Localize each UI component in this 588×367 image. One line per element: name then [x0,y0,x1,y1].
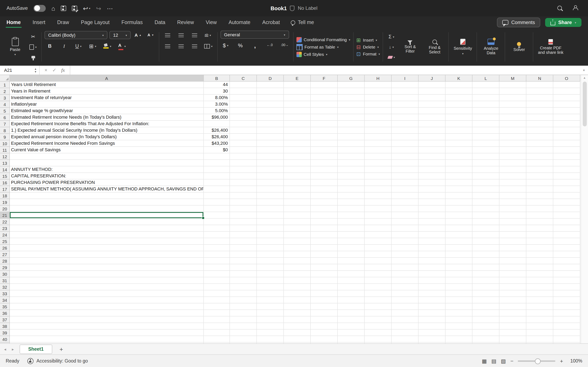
cell-L27[interactable] [472,251,499,258]
cell-D27[interactable] [257,251,284,258]
increase-font-button[interactable]: A▲ [133,31,143,40]
cell-D11[interactable] [257,147,284,153]
sort-filter-button[interactable]: Sort &Filter [399,39,421,54]
cell-C2[interactable] [230,88,257,95]
cell-I37[interactable] [392,317,419,323]
cell-E23[interactable] [284,225,311,232]
cell-E26[interactable] [284,245,311,251]
cell-L9[interactable] [472,134,499,140]
ribbon-tab-draw[interactable]: Draw [56,17,70,29]
cell-K27[interactable] [445,251,472,258]
name-box-stepper[interactable]: ▲ ▼ [34,66,39,75]
cell-A24[interactable] [10,232,204,238]
cell-F37[interactable] [311,317,338,323]
prev-sheet-button[interactable]: ◂ [4,347,6,351]
cell-H40[interactable] [365,336,392,342]
cell-N1[interactable] [526,82,553,88]
cell-D26[interactable] [257,245,284,251]
name-box[interactable]: A21 [0,66,34,75]
row-header-27[interactable]: 27 [0,251,10,258]
cell-N4[interactable] [526,101,553,108]
cell-A29[interactable] [10,264,204,271]
analyze-data-button[interactable]: AnalyzeData [480,31,502,63]
cell-F25[interactable] [311,238,338,245]
cell-H28[interactable] [365,258,392,264]
cell-B10[interactable]: $43,200 [204,140,230,147]
cell-K5[interactable] [445,108,472,114]
cell-I2[interactable] [392,88,419,95]
cell-J41[interactable] [419,342,445,343]
cell-I14[interactable] [392,166,419,173]
cell-C27[interactable] [230,251,257,258]
autosum-button[interactable]: Σ▾ [386,32,397,41]
cell-O1[interactable] [553,82,580,88]
cell-A2[interactable]: Years in Retirement [10,88,204,95]
cell-K37[interactable] [445,317,472,323]
cell-F26[interactable] [311,245,338,251]
cell-L29[interactable] [472,264,499,271]
cell-F13[interactable] [311,160,338,166]
cell-A6[interactable]: Estimated Retirment Income Needs (In Tod… [10,114,204,121]
cell-J12[interactable] [419,153,445,160]
cell-E14[interactable] [284,166,311,173]
cell-F4[interactable] [311,101,338,108]
cell-A10[interactable]: Expected Retirement Income Needed From S… [10,140,204,147]
row-header-37[interactable]: 37 [0,317,10,323]
cell-O22[interactable] [553,218,580,225]
cell-N32[interactable] [526,284,553,290]
cell-E17[interactable] [284,186,311,192]
cell-G2[interactable] [338,88,365,95]
cell-C23[interactable] [230,225,257,232]
cell-A22[interactable] [10,218,204,225]
row-header-38[interactable]: 38 [0,323,10,329]
row-header-40[interactable]: 40 [0,336,10,342]
cell-B17[interactable] [204,186,230,192]
cell-F23[interactable] [311,225,338,232]
cell-G7[interactable] [338,121,365,127]
cell-C29[interactable] [230,264,257,271]
cell-M37[interactable] [499,317,526,323]
cell-K17[interactable] [445,186,472,192]
cell-L35[interactable] [472,303,499,310]
cell-O37[interactable] [553,317,580,323]
cell-K25[interactable] [445,238,472,245]
cell-M18[interactable] [499,192,526,199]
cell-I26[interactable] [392,245,419,251]
cell-N7[interactable] [526,121,553,127]
cell-H15[interactable] [365,173,392,179]
cell-J19[interactable] [419,199,445,206]
row-header-12[interactable]: 12 [0,153,10,160]
cell-F39[interactable] [311,329,338,336]
row-header-34[interactable]: 34 [0,297,10,303]
cell-I10[interactable] [392,140,419,147]
cell-A9[interactable]: Expected annual pension income (In Today… [10,134,204,140]
cell-B24[interactable] [204,232,230,238]
cell-E22[interactable] [284,218,311,225]
cell-N35[interactable] [526,303,553,310]
cell-N13[interactable] [526,160,553,166]
cell-B25[interactable] [204,238,230,245]
cell-I11[interactable] [392,147,419,153]
cell-O30[interactable] [553,271,580,277]
cell-H14[interactable] [365,166,392,173]
cell-J3[interactable] [419,95,445,101]
row-header-2[interactable]: 2 [0,88,10,95]
cell-B31[interactable] [204,277,230,284]
zoom-out-button[interactable]: − [510,358,513,364]
cell-C30[interactable] [230,271,257,277]
cell-N15[interactable] [526,173,553,179]
cell-A25[interactable] [10,238,204,245]
cell-B6[interactable]: $96,000 [204,114,230,121]
cell-I12[interactable] [392,153,419,160]
cell-D32[interactable] [257,284,284,290]
cell-G34[interactable] [338,297,365,303]
cell-O12[interactable] [553,153,580,160]
cell-G33[interactable] [338,290,365,297]
cell-I1[interactable] [392,82,419,88]
cell-M19[interactable] [499,199,526,206]
cell-G40[interactable] [338,336,365,342]
cell-I8[interactable] [392,127,419,134]
cell-F41[interactable] [311,342,338,343]
cell-H20[interactable] [365,206,392,212]
cell-E37[interactable] [284,317,311,323]
